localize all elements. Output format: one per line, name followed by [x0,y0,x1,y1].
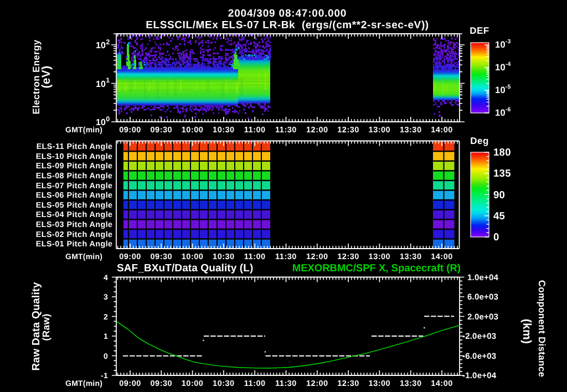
svg-text:ELSSCIL/MEx ELS-07 LR-Bk (erg: ELSSCIL/MEx ELS-07 LR-Bk (ergs/(cm**2-sr… [146,19,429,31]
svg-text:-1: -1 [101,371,108,380]
svg-text:12:00: 12:00 [306,126,328,135]
svg-text:Deg: Deg [470,136,489,146]
svg-text:13:30: 13:30 [400,379,422,388]
svg-text:-2.0e+03: -2.0e+03 [462,332,496,341]
svg-text:135: 135 [493,167,511,179]
svg-text:12:30: 12:30 [337,252,359,261]
svg-text:ELS-10 Pitch Angle: ELS-10 Pitch Angle [36,152,113,161]
svg-text:GMT(min): GMT(min) [65,379,102,388]
svg-text:ELS-07 Pitch Angle: ELS-07 Pitch Angle [36,182,113,190]
svg-text:ELS-09 Pitch Angle: ELS-09 Pitch Angle [36,162,113,171]
svg-text:Component Distance: Component Distance [537,280,547,377]
svg-text:14:00: 14:00 [431,126,453,135]
svg-text:SAF_BXuT/Data Quality (L): SAF_BXuT/Data Quality (L) [117,262,253,274]
svg-text:14:00: 14:00 [431,252,453,261]
svg-text:12:00: 12:00 [306,252,328,261]
svg-text:11:00: 11:00 [244,252,266,261]
svg-text:GMT(min): GMT(min) [65,252,102,261]
svg-text:1.0e+04: 1.0e+04 [467,273,498,282]
svg-text:6.0e+03: 6.0e+03 [467,292,498,302]
svg-text:11:00: 11:00 [244,126,266,135]
svg-text:14:00: 14:00 [431,379,453,388]
svg-text:13:00: 13:00 [369,126,391,135]
svg-text:09:00: 09:00 [119,126,141,135]
svg-text:11:00: 11:00 [244,379,266,388]
svg-text:09:30: 09:30 [151,252,173,261]
svg-text:09:00: 09:00 [119,379,141,388]
svg-text:13:00: 13:00 [369,379,391,388]
svg-text:0: 0 [493,231,499,243]
svg-text:0: 0 [104,352,108,360]
svg-text:11:30: 11:30 [275,252,297,261]
svg-text:3: 3 [104,292,108,301]
svg-text:2: 2 [104,312,108,321]
svg-text:ELS-11 Pitch Angle: ELS-11 Pitch Angle [37,142,113,151]
svg-text:180: 180 [493,146,511,158]
svg-text:(eV): (eV) [40,66,53,89]
svg-text:ELS-08 Pitch Angle: ELS-08 Pitch Angle [36,172,113,180]
svg-text:09:30: 09:30 [151,379,173,388]
svg-text:10:30: 10:30 [213,252,235,261]
svg-text:-6.0e+03: -6.0e+03 [462,352,496,361]
svg-text:10:00: 10:00 [182,252,204,261]
svg-text:13:00: 13:00 [369,252,391,261]
svg-text:ELS-06 Pitch Angle: ELS-06 Pitch Angle [36,191,113,200]
svg-text:2004/309 08:47:00.000: 2004/309 08:47:00.000 [228,8,347,19]
svg-text:13:30: 13:30 [400,252,422,261]
svg-text:(km): (km) [520,319,533,344]
svg-text:ELS-01 Pitch Angle: ELS-01 Pitch Angle [36,240,113,249]
svg-text:ELS-05 Pitch Angle: ELS-05 Pitch Angle [36,201,113,210]
svg-text:13:30: 13:30 [400,126,422,135]
svg-text:ELS-03 Pitch Angle: ELS-03 Pitch Angle [36,220,113,229]
svg-text:ELS-02 Pitch Angle: ELS-02 Pitch Angle [36,230,113,239]
svg-text:1: 1 [104,332,108,341]
svg-text:10:00: 10:00 [182,379,204,388]
svg-text:12:30: 12:30 [337,126,359,135]
svg-text:90: 90 [493,189,505,200]
svg-text:2.0e+03: 2.0e+03 [467,312,498,322]
svg-text:09:00: 09:00 [119,252,141,261]
svg-text:MEXORBMC/SPF X, Spacecraft (R): MEXORBMC/SPF X, Spacecraft (R) [292,262,461,274]
svg-text:12:00: 12:00 [306,379,328,388]
svg-text:DEF: DEF [470,25,489,36]
svg-text:10:30: 10:30 [213,379,235,388]
svg-text:45: 45 [493,210,505,221]
svg-text:09:30: 09:30 [151,126,173,135]
svg-text:(Raw): (Raw) [40,313,51,341]
svg-text:11:30: 11:30 [275,126,297,135]
svg-text:-1.0e+04: -1.0e+04 [462,371,497,380]
svg-text:10:30: 10:30 [213,126,235,135]
svg-text:11:30: 11:30 [275,379,297,388]
svg-text:12:30: 12:30 [337,379,359,388]
svg-text:4: 4 [104,273,108,282]
svg-text:10:00: 10:00 [182,126,204,135]
svg-text:ELS-04 Pitch Angle: ELS-04 Pitch Angle [36,210,113,219]
